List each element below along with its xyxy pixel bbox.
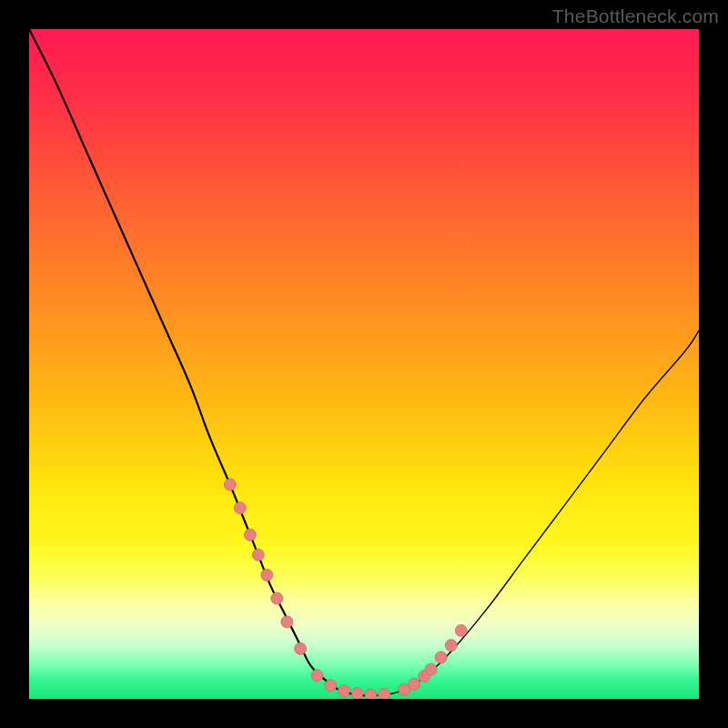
curve-marker: [445, 640, 457, 652]
curve-marker: [435, 652, 447, 663]
curve-marker: [409, 678, 420, 690]
curve-marker: [338, 685, 349, 697]
chart-stage: TheBottleneck.com: [0, 0, 728, 728]
curve-left-segment: [29, 29, 364, 695]
curve-marker: [379, 688, 390, 699]
curve-marker: [351, 688, 363, 699]
curve-marker: [325, 680, 337, 692]
curve-marker: [244, 529, 256, 541]
curve-marker: [252, 549, 264, 561]
curve-marker: [271, 592, 283, 604]
curve-marker: [365, 689, 377, 699]
curve-marker: [261, 569, 273, 581]
curve-marker: [281, 616, 293, 628]
watermark-text: TheBottleneck.com: [552, 5, 719, 27]
curve-markers: [224, 479, 467, 699]
curve-marker: [234, 502, 246, 514]
plot-area: [29, 29, 699, 699]
curve-layer: [29, 29, 699, 699]
curve-marker: [224, 479, 236, 490]
curve-marker: [425, 663, 437, 675]
curve-right-segment: [364, 330, 699, 695]
curve-marker: [295, 642, 307, 654]
curve-marker: [311, 670, 323, 682]
curve-marker: [455, 624, 467, 636]
